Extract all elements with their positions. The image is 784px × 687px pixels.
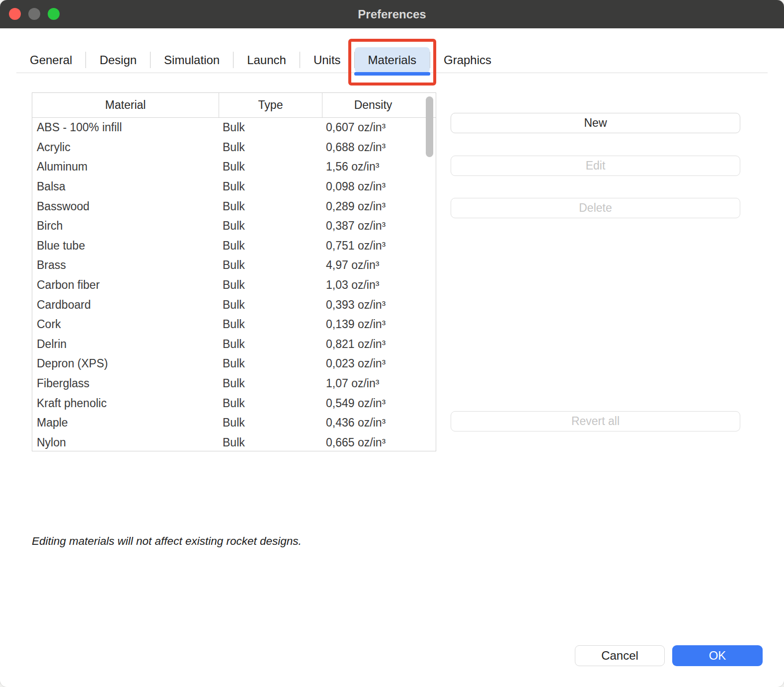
table-row[interactable]: FiberglassBulk1,07 oz/in³ (32, 374, 436, 394)
cell-material: Maple (32, 416, 219, 429)
tab-label: Materials (368, 53, 416, 67)
table-row[interactable]: BalsaBulk0,098 oz/in³ (32, 177, 436, 197)
title-bar: Preferences (0, 0, 784, 28)
table-row[interactable]: MapleBulk0,436 oz/in³ (32, 413, 436, 433)
tab-bar: GeneralDesignSimulationLaunchUnitsMateri… (16, 47, 768, 73)
cell-density: 0,751 oz/in³ (322, 239, 436, 253)
cell-density: 0,387 oz/in³ (322, 219, 436, 233)
minimize-icon[interactable] (28, 8, 40, 20)
tab-design[interactable]: Design (86, 47, 150, 73)
cell-material: Balsa (32, 180, 219, 193)
table-row[interactable]: BirchBulk0,387 oz/in³ (32, 216, 436, 236)
tab-general[interactable]: General (16, 47, 85, 73)
materials-table-body: ABS - 100% infillBulk0,607 oz/in³Acrylic… (32, 118, 436, 451)
cell-type: Bulk (219, 200, 322, 213)
cell-type: Bulk (219, 141, 322, 154)
table-row[interactable]: BasswoodBulk0,289 oz/in³ (32, 196, 436, 216)
cell-type: Bulk (219, 416, 322, 429)
new-button[interactable]: New (451, 113, 740, 133)
cancel-button[interactable]: Cancel (575, 645, 665, 666)
cell-density: 4,97 oz/in³ (322, 258, 436, 272)
cell-type: Bulk (219, 239, 322, 253)
preferences-window: Preferences GeneralDesignSimulationLaunc… (0, 0, 784, 687)
tab-label: Design (99, 53, 137, 67)
table-row[interactable]: CorkBulk0,139 oz/in³ (32, 315, 436, 335)
cell-material: Cardboard (32, 298, 219, 312)
tab-units[interactable]: Units (300, 47, 354, 73)
column-header-type: Type (219, 93, 322, 117)
cell-type: Bulk (219, 219, 322, 233)
cell-density: 0,139 oz/in³ (322, 318, 436, 331)
selected-tab-underline (354, 72, 430, 76)
table-row[interactable]: Blue tubeBulk0,751 oz/in³ (32, 236, 436, 256)
cell-density: 1,56 oz/in³ (322, 160, 436, 173)
cell-density: 0,289 oz/in³ (322, 200, 436, 213)
cell-density: 1,07 oz/in³ (322, 377, 436, 390)
cell-type: Bulk (219, 121, 322, 134)
cell-type: Bulk (219, 318, 322, 331)
table-row[interactable]: Kraft phenolicBulk0,549 oz/in³ (32, 393, 436, 413)
tab-simulation[interactable]: Simulation (151, 47, 233, 73)
cell-type: Bulk (219, 298, 322, 312)
cell-material: Birch (32, 219, 219, 233)
table-row[interactable]: CardboardBulk0,393 oz/in³ (32, 295, 436, 315)
table-row[interactable]: BrassBulk4,97 oz/in³ (32, 256, 436, 275)
cell-density: 0,821 oz/in³ (322, 338, 436, 351)
column-header-material: Material (32, 93, 219, 117)
cell-type: Bulk (219, 397, 322, 410)
cell-density: 0,607 oz/in³ (322, 121, 436, 134)
table-row[interactable]: Depron (XPS)Bulk0,023 oz/in³ (32, 354, 436, 374)
cell-material: Carbon fiber (32, 278, 219, 292)
tab-label: Units (314, 53, 341, 67)
tab-label: Launch (247, 53, 286, 67)
cell-density: 1,03 oz/in³ (322, 278, 436, 292)
cell-type: Bulk (219, 357, 322, 370)
cell-material: Cork (32, 318, 219, 331)
edit-button[interactable]: Edit (451, 156, 740, 176)
tab-launch[interactable]: Launch (234, 47, 300, 73)
cell-material: Blue tube (32, 239, 219, 253)
cell-density: 0,549 oz/in³ (322, 397, 436, 410)
cell-type: Bulk (219, 180, 322, 193)
cell-material: Depron (XPS) (32, 357, 219, 370)
tab-label: General (30, 53, 72, 67)
materials-table: Material Type Density ABS - 100% infillB… (32, 92, 436, 451)
cell-type: Bulk (219, 338, 322, 351)
table-row[interactable]: NylonBulk0,665 oz/in³ (32, 433, 436, 452)
cell-type: Bulk (219, 160, 322, 173)
cell-density: 0,023 oz/in³ (322, 357, 436, 370)
window-title: Preferences (358, 7, 426, 21)
cell-density: 0,665 oz/in³ (322, 436, 436, 449)
cell-material: Kraft phenolic (32, 397, 219, 410)
close-icon[interactable] (9, 8, 21, 20)
cell-material: Brass (32, 258, 219, 272)
zoom-icon[interactable] (48, 8, 60, 20)
tab-materials[interactable]: Materials (355, 47, 430, 73)
table-row[interactable]: DelrinBulk0,821 oz/in³ (32, 335, 436, 354)
table-row[interactable]: AcrylicBulk0,688 oz/in³ (32, 138, 436, 158)
cell-type: Bulk (219, 258, 322, 272)
table-header-row: Material Type Density (32, 93, 436, 118)
cell-material: Basswood (32, 200, 219, 213)
cell-material: Acrylic (32, 141, 219, 154)
traffic-lights (9, 8, 60, 20)
table-row[interactable]: ABS - 100% infillBulk0,607 oz/in³ (32, 118, 436, 138)
cell-material: ABS - 100% infill (32, 121, 219, 134)
cell-type: Bulk (219, 278, 322, 292)
cell-type: Bulk (219, 436, 322, 449)
ok-button[interactable]: OK (672, 645, 763, 666)
cell-type: Bulk (219, 377, 322, 390)
cell-density: 0,098 oz/in³ (322, 180, 436, 193)
cell-density: 0,688 oz/in³ (322, 141, 436, 154)
cell-material: Nylon (32, 436, 219, 449)
vertical-scrollbar[interactable] (426, 96, 433, 157)
cell-material: Fiberglass (32, 377, 219, 390)
cell-material: Aluminum (32, 160, 219, 173)
delete-button[interactable]: Delete (451, 198, 740, 218)
table-row[interactable]: Carbon fiberBulk1,03 oz/in³ (32, 275, 436, 295)
cell-density: 0,393 oz/in³ (322, 298, 436, 312)
revert-all-button[interactable]: Revert all (451, 411, 740, 431)
table-row[interactable]: AluminumBulk1,56 oz/in³ (32, 157, 436, 177)
materials-note: Editing materials will not affect existi… (32, 535, 302, 548)
tab-graphics[interactable]: Graphics (430, 47, 505, 73)
